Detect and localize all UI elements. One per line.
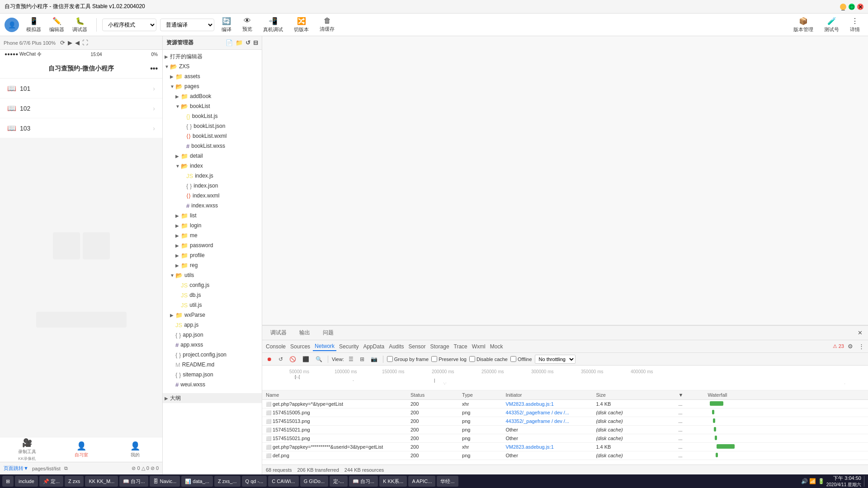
- col-name[interactable]: Name: [262, 390, 407, 400]
- taskbar-app-study[interactable]: 📖 自习...: [119, 476, 148, 487]
- taskbar-app-zxs2[interactable]: Z zxs_...: [214, 476, 241, 487]
- close-button[interactable]: ✕: [857, 4, 863, 10]
- taskbar-app-data[interactable]: 📊 data_...: [181, 476, 213, 487]
- open-editors-section[interactable]: ▶ 打开的编辑器: [163, 52, 262, 61]
- db-js[interactable]: JS db.js: [163, 290, 262, 300]
- more-icon[interactable]: ⋮: [857, 342, 866, 351]
- col-status[interactable]: Status: [407, 390, 458, 400]
- me-folder[interactable]: ▶ 📁 me: [163, 230, 262, 240]
- taskbar-app-1[interactable]: 📌 定...: [39, 476, 63, 487]
- maximize-button[interactable]: □: [849, 4, 855, 10]
- version-btn[interactable]: 📦 版本管理: [790, 15, 817, 35]
- include-btn[interactable]: include: [15, 476, 38, 487]
- booklist-json[interactable]: { } bookList.json: [163, 121, 262, 131]
- panel-tab-sources[interactable]: Sources: [288, 343, 312, 351]
- profile-folder[interactable]: ▶ 📁 profile: [163, 250, 262, 260]
- index-wxss[interactable]: # index.wxss: [163, 201, 262, 211]
- start-btn[interactable]: ⊞: [2, 476, 14, 487]
- debugger-btn[interactable]: 🐛 调试器: [69, 15, 91, 35]
- phone-fullscreen-icon[interactable]: ⛶: [82, 39, 88, 46]
- booklist-wxss[interactable]: # bookList.wxss: [163, 141, 262, 151]
- reg-folder[interactable]: ▶ 📁 reg: [163, 260, 262, 270]
- table-row[interactable]: ⬜ 1574515021.png 200 png Other (disk cac…: [262, 434, 868, 443]
- panel-tab-network[interactable]: Network: [313, 342, 336, 351]
- assets-folder[interactable]: ▶ 📁 assets: [163, 71, 262, 81]
- copy-icon[interactable]: ⧉: [64, 465, 68, 471]
- clear-btn[interactable]: 🚫: [288, 355, 298, 363]
- panel-tab-mock[interactable]: Mock: [488, 343, 505, 351]
- readme-md[interactable]: M README.md: [163, 360, 262, 370]
- taskbar-app-navicat[interactable]: 🗄 Navic...: [150, 476, 180, 487]
- index-js[interactable]: JS index.js: [163, 171, 262, 181]
- table-row[interactable]: ⬜ 1574515005.png 200 png 443352/_pagefra…: [262, 408, 868, 417]
- taskbar-app-def[interactable]: 定-...: [330, 476, 348, 487]
- refresh-icon[interactable]: ↺: [245, 39, 250, 46]
- app-wxss[interactable]: # app.wxss: [163, 340, 262, 350]
- sitemap-json[interactable]: { } sitemap.json: [163, 370, 262, 380]
- booklist-folder[interactable]: ▼ 📂 bookList: [163, 101, 262, 111]
- view-extra-btn[interactable]: 📷: [369, 355, 379, 363]
- new-folder-icon[interactable]: 📁: [236, 39, 243, 46]
- reload-btn[interactable]: ↺: [277, 355, 285, 363]
- collapse-icon[interactable]: ⊟: [253, 39, 258, 46]
- show-desktop-btn[interactable]: [864, 476, 866, 487]
- index-json[interactable]: { } index.json: [163, 181, 262, 191]
- disable-cache-checkbox[interactable]: [469, 356, 475, 362]
- footer-tab-mine[interactable]: 👤 我的: [108, 437, 162, 462]
- col-initiator[interactable]: Initiator: [502, 390, 592, 400]
- cutover-btn[interactable]: 🔀 切版本: [290, 15, 312, 35]
- throttling-select[interactable]: No throttling: [535, 355, 576, 364]
- view-list-btn[interactable]: ☰: [347, 355, 355, 363]
- record-btn[interactable]: ⏺: [265, 355, 274, 363]
- project-config-json[interactable]: { } project.config.json: [163, 350, 262, 360]
- panel-tab-audits[interactable]: Audits: [387, 343, 406, 351]
- taskbar-app-study2[interactable]: 📖 自习...: [349, 476, 378, 487]
- table-row[interactable]: ⬜ get.php?appkey=*&type=getList 200 xhr …: [262, 400, 868, 408]
- panel-tab-appdata[interactable]: AppData: [361, 343, 386, 351]
- search-btn[interactable]: 🔍: [314, 355, 324, 363]
- nav-more-icon[interactable]: •••: [150, 65, 158, 73]
- taskbar-app-hua[interactable]: 华经...: [437, 476, 458, 487]
- preview-btn[interactable]: 👁 预览: [239, 15, 256, 34]
- panel-tab-console[interactable]: Console: [264, 343, 288, 351]
- compile-btn[interactable]: 🔄 编译: [218, 15, 235, 35]
- footer-tab-study[interactable]: 👤 自习室: [54, 437, 108, 462]
- taskbar-app-g[interactable]: G G\Do...: [300, 476, 328, 487]
- compile-select[interactable]: 普通编译: [160, 19, 214, 31]
- root-folder[interactable]: ▼ 📂 ZXS: [163, 61, 262, 71]
- taskbar-app-api[interactable]: A APIC...: [408, 476, 435, 487]
- app-js[interactable]: JS app.js: [163, 320, 262, 330]
- tab-debugger[interactable]: 调试器: [266, 327, 291, 338]
- test-btn[interactable]: 🧪 测试号: [821, 15, 843, 35]
- wxparse-folder[interactable]: ▶ 📁 wxParse: [163, 310, 262, 320]
- index-folder[interactable]: ▼ 📂 index: [163, 161, 262, 171]
- preserve-log-checkbox[interactable]: [431, 356, 437, 362]
- clear-btn[interactable]: 🗑 清缓存: [316, 15, 338, 34]
- app-json[interactable]: { } app.json: [163, 330, 262, 340]
- simulator-btn[interactable]: 📱 模拟器: [23, 15, 45, 35]
- pages-folder[interactable]: ▼ 📂 pages: [163, 81, 262, 91]
- col-type[interactable]: Type: [458, 390, 502, 400]
- footer-tab-record[interactable]: 🎥 录制工具 KK录像机: [0, 437, 54, 462]
- book-item-103[interactable]: 📖 103 ›: [0, 118, 162, 138]
- offline-checkbox[interactable]: [510, 356, 516, 362]
- group-frame-checkbox[interactable]: [387, 356, 393, 362]
- taskbar-app-qd[interactable]: Q qd -...: [242, 476, 267, 487]
- view-detail-btn[interactable]: ⊞: [358, 355, 366, 363]
- table-row[interactable]: ⬜ def.png 200 png Other (disk cache) ...: [262, 451, 868, 460]
- settings-icon[interactable]: ⚙: [846, 342, 855, 351]
- config-js[interactable]: JS config.js: [163, 280, 262, 290]
- panel-tab-storage[interactable]: Storage: [429, 343, 451, 351]
- book-item-101[interactable]: 📖 101 ›: [0, 79, 162, 98]
- table-row[interactable]: ⬜ get.php?appkey=**********&userid=3&typ…: [262, 443, 868, 451]
- tab-issues[interactable]: 问题: [318, 327, 338, 338]
- new-file-icon[interactable]: 📄: [226, 39, 233, 46]
- col-sort[interactable]: ▼: [675, 390, 704, 400]
- taskbar-app-kksys[interactable]: K KK系...: [379, 476, 407, 487]
- detail-folder[interactable]: ▶ 📁 detail: [163, 151, 262, 161]
- panel-tab-security[interactable]: Security: [337, 343, 360, 351]
- addbook-folder[interactable]: ▶ 📁 addBook: [163, 91, 262, 101]
- table-row[interactable]: ⬜ 1574515021.png 200 png Other (disk cac…: [262, 426, 868, 434]
- detail-btn[interactable]: ⋮ 详情: [846, 15, 863, 35]
- book-item-102[interactable]: 📖 102 ›: [0, 99, 162, 118]
